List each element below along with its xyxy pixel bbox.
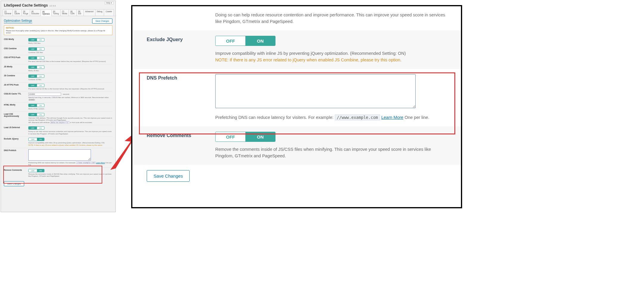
learn-more-link[interactable]: Learn More [381, 115, 403, 120]
toggle-css-combine[interactable]: OFFON [28, 47, 44, 51]
toggle-js-defer[interactable]: OFFON [28, 126, 44, 130]
label-remove-comments: Remove Comments [4, 169, 28, 178]
desc-css-combine: Combine CSS files. [28, 52, 112, 54]
row-css-minify: CSS Minify OFFON Minify CSS files. [4, 37, 112, 46]
tab-media[interactable]: [7] Media [60, 9, 69, 16]
label-css-push: CSS HTTP/2 Push [4, 56, 28, 63]
zoom-panel: Doing so can help reduce resource conten… [131, 5, 462, 208]
label-css-async: Load CSS Asynchronously [4, 113, 28, 124]
label-js-push: JS HTTP/2 Push [4, 84, 28, 90]
save-button-top[interactable]: Save Changes [92, 18, 112, 24]
overview-thumbnail: Help ▾ LiteSpeed Cache Settings v2.9.6 [… [1, 1, 116, 212]
desc-css-push: Pre-send internal CSS files to the brows… [28, 60, 112, 63]
zoom-desc-exclude-jquery: Improve compatibility with inline JS by … [215, 50, 450, 63]
desc-css-async: Optimize CSS delivery. This will load Go… [28, 117, 112, 124]
row-css-async: Load CSS Asynchronously OFFON Optimize C… [4, 111, 112, 125]
page-title: LiteSpeed Cache Settings v2.9.6 [1, 1, 115, 9]
row-js-minify: JS Minify OFFON Minify JS files. [4, 64, 112, 73]
desc-html-minify: Minify HTML content. [28, 108, 112, 110]
label-css-combine: CSS Combine [4, 47, 28, 54]
toggle-exclude-jquery[interactable]: OFFON [28, 138, 44, 141]
desc-js-combine: Combine JS files. [28, 79, 112, 81]
tab-debug[interactable]: Debug [95, 9, 104, 16]
toggle-css-minify[interactable]: OFFON [28, 38, 44, 41]
row-remove-comments: Remove Comments OFFON Remove the comment… [4, 167, 112, 179]
toggle-css-push[interactable]: OFFON [28, 56, 44, 60]
label-js-minify: JS Minify [4, 66, 28, 72]
ttl-input[interactable] [28, 93, 61, 96]
label-dns-prefetch: DNS Prefetch [4, 149, 28, 166]
row-js-combine: JS Combine OFFON Combine JS files. [4, 73, 112, 82]
zoom-row-remove-comments: Remove Comments OFF ON Remove the commen… [132, 126, 461, 165]
desc-exclude-jquery: Improve compatibility with inline JS by … [28, 142, 112, 146]
tab-cache[interactable]: [2] Cache [13, 9, 21, 16]
label-exclude-jquery: Exclude JQuery [4, 138, 28, 146]
toggle-js-push[interactable]: OFFON [28, 84, 44, 87]
learn-more-link-mini[interactable]: Learn More [96, 162, 105, 164]
row-dns-prefetch: DNS Prefetch Prefetching DNS can reduce … [4, 148, 112, 167]
zoom-toggle-remove-comments[interactable]: OFF ON [215, 132, 275, 142]
desc-js-minify: Minify JS files. [28, 70, 112, 72]
row-ttl: CSS/JS Cache TTL seconds Specify how lon… [4, 91, 112, 102]
toggle-off[interactable]: OFF [216, 132, 245, 142]
version-text: v2.9.6 [49, 4, 56, 7]
desc-js-push: Pre-send internal JS files to the browse… [28, 88, 112, 90]
tab-advanced[interactable]: Advanced [83, 9, 95, 16]
row-exclude-jquery: Exclude JQuery OFFON Improve compatibili… [4, 136, 112, 148]
zoom-row-js-defer-tail: Doing so can help reduce resource conten… [132, 6, 461, 30]
row-js-defer: Load JS Deferred OFFON Doing so can help… [4, 125, 112, 136]
zoom-label-remove-comments: Remove Comments [147, 132, 215, 159]
label-js-defer: Load JS Deferred [4, 126, 28, 135]
zoom-row-exclude-jquery: Exclude JQuery OFF ON Improve compatibil… [132, 30, 461, 69]
zoom-desc-dns-prefetch: Prefetching DNS can reduce latency for v… [215, 114, 450, 121]
zoom-save-button[interactable]: Save Changes [147, 170, 190, 182]
tab-esi[interactable]: [9] ESI [76, 9, 84, 16]
row-css-push: CSS HTTP/2 Push OFFON Pre-send internal … [4, 55, 112, 64]
tab-purge[interactable]: [3] Purge [21, 9, 30, 16]
toggle-js-minify[interactable]: OFFON [28, 66, 44, 69]
settings-tabs: [1] General [2] Cache [3] Purge [4] Excl… [1, 9, 115, 16]
toggle-js-combine[interactable]: OFFON [28, 74, 44, 78]
tab-optimize[interactable]: [5] Optimize [41, 10, 52, 16]
zoom-row-dns-prefetch: DNS Prefetch Prefetching DNS can reduce … [132, 69, 461, 126]
notice-text: Please test thoroughly when enabling any… [6, 30, 110, 34]
section-heading: Optimization Settings [4, 19, 32, 23]
settings-table: CSS Minify OFFON Minify CSS files. CSS C… [4, 37, 112, 179]
toggle-html-minify[interactable]: OFFON [28, 104, 44, 107]
desc-dns-prefetch: Prefetching DNS can reduce latency for v… [28, 162, 112, 166]
label-html-minify: HTML Minify [4, 104, 28, 110]
label-ttl: CSS/JS Cache TTL [4, 93, 28, 101]
desc-css-minify: Minify CSS files. [28, 42, 112, 45]
toggle-on[interactable]: ON [245, 132, 275, 142]
tab-tuning[interactable]: [6] Tuning [51, 9, 61, 16]
dns-prefetch-textarea[interactable] [28, 149, 91, 161]
toggle-remove-comments[interactable]: OFFON [28, 169, 44, 172]
help-dropdown[interactable]: Help ▾ [105, 1, 114, 4]
zoom-dns-prefetch-textarea[interactable] [215, 74, 416, 108]
row-css-combine: CSS Combine OFFON Combine CSS files. [4, 46, 112, 55]
desc-remove-comments: Remove the comments inside of JS/CSS fil… [28, 173, 112, 178]
page-title-text: LiteSpeed Cache Settings [4, 3, 48, 7]
zoom-toggle-exclude-jquery[interactable]: OFF ON [215, 36, 275, 46]
desc-js-defer: Doing so can help reduce resource conten… [28, 131, 112, 135]
zoom-label-exclude-jquery: Exclude JQuery [147, 36, 215, 63]
dns-example-code: //www.example.com [335, 114, 380, 120]
zoom-desc-remove-comments: Remove the comments inside of JS/CSS fil… [215, 146, 450, 159]
tab-crawler[interactable]: Crawler [104, 9, 114, 16]
row-js-push: JS HTTP/2 Push OFFON Pre-send internal J… [4, 82, 112, 91]
toggle-on[interactable]: ON [245, 36, 275, 46]
label-js-combine: JS Combine [4, 74, 28, 81]
desc-ttl: Specify how long, in seconds, CSS/JS fil… [28, 97, 112, 101]
save-button-bottom[interactable]: Save Changes [4, 181, 24, 186]
label-css-minify: CSS Minify [4, 38, 28, 45]
toggle-off[interactable]: OFF [216, 36, 245, 46]
row-html-minify: HTML Minify OFFON Minify HTML content. [4, 102, 112, 111]
tab-excludes[interactable]: [4] Excludes [30, 9, 41, 16]
ttl-unit: seconds [63, 93, 69, 95]
notice-heading: NOTICE: [6, 27, 110, 29]
tab-general[interactable]: [1] General [3, 9, 13, 16]
zoom-label-dns-prefetch: DNS Prefetch [147, 74, 215, 121]
toggle-css-async[interactable]: OFFON [28, 113, 44, 116]
tab-cdn[interactable]: [8] CDN [69, 9, 77, 16]
zoom-desc-js-defer: Doing so can help reduce resource conten… [215, 12, 450, 25]
